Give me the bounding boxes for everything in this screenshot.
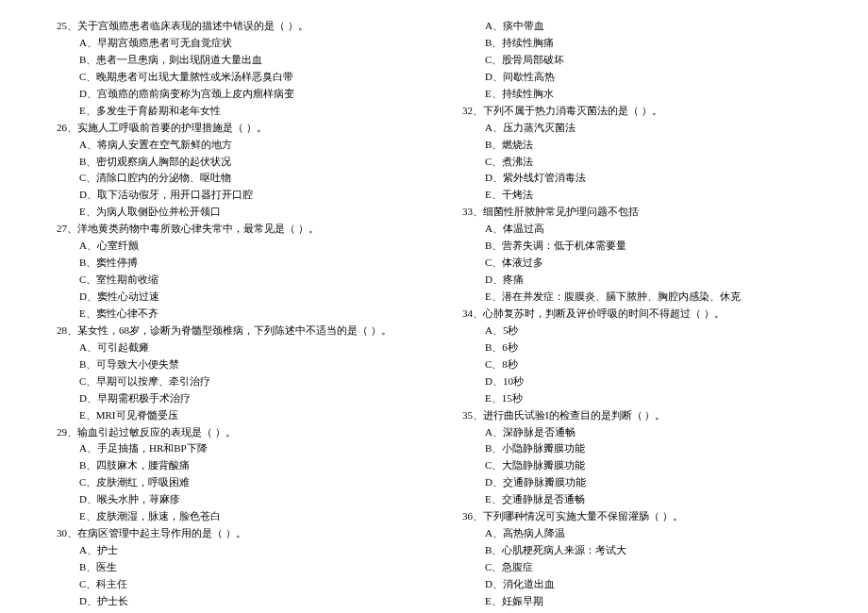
question-option: D、窦性心动过速 [57, 290, 406, 305]
question-option: E、皮肤潮湿，脉速，脸色苍白 [57, 509, 406, 524]
question-option: E、潜在并发症：腹膜炎、膈下脓肿、胸腔内感染、休克 [462, 290, 811, 305]
question-option: E、15秒 [462, 391, 811, 406]
question-option: B、患者一旦患病，则出现阴道大量出血 [57, 53, 406, 68]
question-option: B、营养失调：低于机体需要量 [462, 239, 811, 254]
question-option: A、深静脉是否通畅 [462, 425, 811, 440]
question-option: A、早期宫颈癌患者可无自觉症状 [57, 36, 406, 51]
question-option: C、清除口腔内的分泌物、呕吐物 [57, 171, 406, 186]
question-option: A、压力蒸汽灭菌法 [462, 121, 811, 136]
question-stem: 25、关于宫颈癌患者临床表现的描述中错误的是（ ）。 [57, 19, 406, 34]
question-option: B、心肌梗死病人来源：考试大 [462, 543, 811, 558]
question-option: E、持续性胸水 [462, 87, 811, 102]
question-option: C、煮沸法 [462, 155, 811, 170]
question-option: D、10秒 [462, 374, 811, 389]
question-option: E、多发生于育龄期和老年女性 [57, 104, 406, 119]
question-stem: 35、进行曲氏试验I的检查目的是判断（ ）。 [462, 408, 811, 423]
question-option: D、消化道出血 [462, 577, 811, 592]
question-stem: 34、心肺复苏时，判断及评价呼吸的时间不得超过（ ）。 [462, 306, 811, 322]
question-option: A、高热病人降温 [462, 526, 811, 541]
question-option: D、护士长 [57, 594, 406, 609]
question-option: E、为病人取侧卧位并松开领口 [57, 205, 406, 220]
question-option: D、疼痛 [462, 273, 811, 288]
question-option: E、窦性心律不齐 [57, 306, 406, 322]
question-option: C、体液过多 [462, 256, 811, 271]
question-stem: 28、某女性，68岁，诊断为脊髓型颈椎病，下列陈述中不适当的是（ ）。 [57, 323, 406, 339]
question-option: A、痰中带血 [462, 19, 811, 34]
question-option: D、早期需积极手术治疗 [57, 391, 406, 406]
question-option: C、早期可以按摩、牵引治疗 [57, 374, 406, 389]
question-option: C、室性期前收缩 [57, 273, 406, 288]
question-option: D、交通静脉瓣膜功能 [462, 475, 811, 490]
question-option: D、紫外线灯管消毒法 [462, 171, 811, 186]
question-option: D、喉头水肿，荨麻疹 [57, 492, 406, 507]
question-option: B、密切观察病人胸部的起伏状况 [57, 155, 406, 170]
question-option: A、可引起截瘫 [57, 340, 406, 356]
question-option: D、间歇性高热 [462, 70, 811, 85]
question-option: B、小隐静脉瓣膜功能 [462, 441, 811, 456]
question-option: A、将病人安置在空气新鲜的地方 [57, 138, 406, 153]
question-option: B、窦性停搏 [57, 256, 406, 271]
question-stem: 30、在病区管理中起主导作用的是（ ）。 [57, 526, 406, 541]
question-option: E、干烤法 [462, 188, 811, 203]
question-option: A、5秒 [462, 323, 811, 339]
question-option: C、急腹症 [462, 560, 811, 575]
question-option: C、大隐静脉瓣膜功能 [462, 458, 811, 473]
question-option: B、6秒 [462, 340, 811, 356]
question-option: A、心室纤颤 [57, 239, 406, 254]
question-option: A、体温过高 [462, 222, 811, 237]
question-option: B、四肢麻木，腰背酸痛 [57, 458, 406, 473]
question-option: D、宫颈癌的癌前病变称为宫颈上皮内瘤样病变 [57, 87, 406, 102]
question-option: B、医生 [57, 560, 406, 575]
question-stem: 26、实施人工呼吸前首要的护理措施是（ ）。 [57, 121, 406, 136]
question-option: C、皮肤潮红，呼吸困难 [57, 475, 406, 490]
question-stem: 32、下列不属于热力消毒灭菌法的是（ ）。 [462, 104, 811, 119]
question-stem: 33、细菌性肝脓肿常见护理问题不包括 [462, 205, 811, 220]
left-column: 25、关于宫颈癌患者临床表现的描述中错误的是（ ）。A、早期宫颈癌患者可无自觉症… [57, 19, 434, 613]
question-option: C、8秒 [462, 357, 811, 373]
question-option: E、MRI可见脊髓受压 [57, 408, 406, 423]
question-option: C、股骨局部破坏 [462, 53, 811, 68]
question-option: B、持续性胸痛 [462, 36, 811, 51]
question-option: A、护士 [57, 543, 406, 558]
question-option: E、交通静脉是否通畅 [462, 492, 811, 507]
question-option: E、妊娠早期 [462, 594, 811, 609]
question-option: B、可导致大小便失禁 [57, 357, 406, 373]
question-option: C、科主任 [57, 577, 406, 592]
question-option: C、晚期患者可出现大量脓性或米汤样恶臭白带 [57, 70, 406, 85]
right-column: A、痰中带血B、持续性胸痛C、股骨局部破坏D、间歇性高热E、持续性胸水32、下列… [434, 19, 811, 613]
question-option: A、手足抽搐，HR和BP下降 [57, 441, 406, 456]
question-option: D、取下活动假牙，用开口器打开口腔 [57, 188, 406, 203]
question-stem: 27、洋地黄类药物中毒所致心律失常中，最常见是（ ）。 [57, 222, 406, 237]
question-stem: 29、输血引起过敏反应的表现是（ ）。 [57, 425, 406, 440]
question-stem: 36、下列哪种情况可实施大量不保留灌肠（ ）。 [462, 509, 811, 524]
question-option: B、燃烧法 [462, 138, 811, 153]
